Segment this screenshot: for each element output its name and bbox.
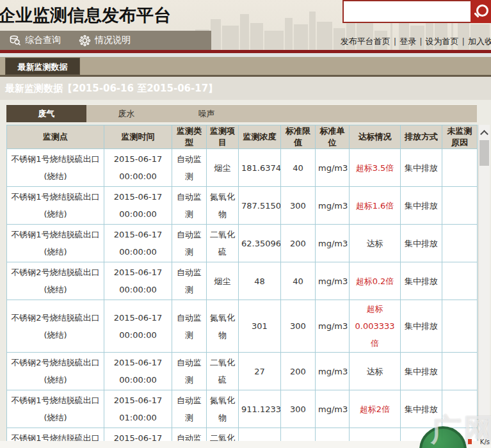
cell-unit: mg/m3	[316, 390, 350, 428]
top-link[interactable]: 设为首页	[426, 36, 459, 46]
cell-unit: mg/m3	[316, 300, 350, 353]
cell-value: 787.515001	[239, 187, 281, 225]
tab-waste-gas[interactable]: 废气	[6, 105, 86, 122]
link-separator: |	[394, 36, 396, 46]
cell-point: 不锈钢2号烧结脱硫出口(烧结)	[7, 300, 104, 353]
cell-discharge: 集中排放	[401, 390, 442, 428]
cell-item: 二氧化硫	[207, 225, 239, 262]
cell-datetime: 2015-06-1700:00:00	[104, 300, 172, 353]
scroll-up-arrow-icon[interactable]	[481, 130, 487, 135]
search-input[interactable]	[342, 0, 471, 23]
cell-status: 超标3.5倍	[350, 149, 401, 187]
top-links: 发布平台首页|登录|设为首页|加入收藏	[341, 36, 491, 47]
cell-time-line: 00:00:00	[107, 205, 169, 223]
column-header: 达标情况	[350, 125, 401, 149]
cell-reason	[442, 390, 478, 428]
section-tab-latest-data[interactable]: 最新监测数据	[5, 58, 80, 75]
cell-status: 超标0.2倍	[350, 262, 401, 300]
cell-discharge: 集中排放	[401, 300, 442, 353]
column-header: 未监测原因	[442, 125, 478, 149]
cell-limit: 300	[281, 300, 316, 353]
cell-unit: mg/m3	[316, 353, 350, 390]
cell-reason	[442, 353, 478, 390]
cell-time-line: 01:00:00	[107, 409, 169, 426]
cell-reason	[442, 187, 478, 225]
table-row: 不锈钢1号烧结脱硫出口(烧结)2015-06-1700:00:00自动监测氮氧化…	[7, 187, 478, 225]
section-tab-bar: 最新监测数据	[0, 57, 491, 75]
monitoring-table: 监测点监测时间监测类型监测项目监测浓度标准限值标准单位达标情况排放方式未监测原因…	[6, 125, 478, 448]
cell-discharge: 集中排放	[401, 225, 442, 262]
search-button[interactable]	[471, 0, 491, 23]
table-row: 不锈钢1号烧结脱硫出口(烧结)2015-06-1700:00:00自动监测二氧化…	[7, 225, 478, 262]
subtitle: 最新监测数据【2015-06-16 至2015-06-17】	[0, 77, 491, 100]
cell-type: 自动监测	[172, 149, 207, 187]
header-banner: 企业监测信息发布平台 综合查询 情况说明	[0, 0, 491, 50]
cell-limit: 300	[281, 390, 316, 428]
column-header: 标准限值	[281, 125, 316, 149]
bottom-strip	[0, 441, 491, 448]
cell-limit: 40	[281, 262, 316, 300]
cell-value: 911.123365	[239, 390, 281, 428]
cell-datetime: 2015-06-1700:00:00	[104, 262, 172, 300]
cell-item: 烟尘	[207, 149, 239, 187]
cell-datetime: 2015-06-1700:00:00	[104, 149, 172, 187]
cell-item: 氮氧化物	[207, 187, 239, 225]
column-header: 监测点	[7, 125, 104, 149]
cell-date-line: 2015-06-17	[107, 226, 169, 243]
link-separator: |	[462, 36, 465, 46]
cell-datetime: 2015-06-1701:00:00	[104, 390, 172, 428]
nav-item-query[interactable]: 综合查询	[9, 35, 61, 47]
nav-item-explain[interactable]: 情况说明	[79, 35, 131, 47]
table-body: 不锈钢1号烧结脱硫出口(烧结)2015-06-1700:00:00自动监测烟尘1…	[7, 149, 478, 448]
table-row: 不锈钢2号烧结脱硫出口(烧结)2015-06-1700:00:00自动监测氮氧化…	[7, 300, 478, 353]
cell-point: 不锈钢1号烧结脱硫出口(烧结)	[7, 390, 104, 428]
cell-point: 不锈钢2号烧结脱硫出口(烧结)	[7, 262, 104, 300]
cell-type: 自动监测	[172, 390, 207, 428]
table-row: 不锈钢1号烧结脱硫出口(烧结)2015-06-1701:00:00自动监测氮氧化…	[7, 390, 478, 428]
cell-value: 181.637441	[239, 149, 281, 187]
cell-unit: mg/m3	[316, 262, 350, 300]
gear-icon	[79, 35, 91, 47]
top-link[interactable]: 发布平台首页	[341, 36, 390, 46]
cell-reason	[442, 300, 478, 353]
cell-unit: mg/m3	[316, 225, 350, 262]
top-link[interactable]: 登录	[399, 36, 416, 46]
cell-status: 超标1.6倍	[350, 187, 401, 225]
table-header-row: 监测点监测时间监测类型监测项目监测浓度标准限值标准单位达标情况排放方式未监测原因	[7, 125, 478, 149]
nav-item-label: 综合查询	[25, 35, 61, 46]
table-scrollbar[interactable]	[478, 125, 490, 441]
cell-value: 48	[239, 262, 281, 300]
cell-time-line: 00:00:00	[107, 168, 169, 185]
cell-reason	[442, 149, 478, 187]
scroll-thumb[interactable]	[479, 140, 489, 166]
cell-reason	[442, 225, 478, 262]
tab-noise[interactable]: 噪声	[166, 105, 246, 122]
cell-date-line: 2015-06-17	[107, 392, 169, 409]
cell-point: 不锈钢1号烧结脱硫出口(烧结)	[7, 187, 104, 225]
cell-value: 27	[239, 353, 281, 390]
cell-date-line: 2015-06-17	[107, 150, 169, 168]
cell-item: 氮氧化物	[207, 300, 239, 353]
table-row: 不锈钢2号烧结脱硫出口(烧结)2015-06-1700:00:00自动监测烟尘4…	[7, 262, 478, 300]
cell-item: 二氧化硫	[207, 353, 239, 390]
column-header: 监测项目	[207, 125, 239, 149]
cell-date-line: 2015-06-17	[107, 264, 169, 281]
cell-discharge: 集中排放	[401, 187, 442, 225]
magnifier-icon	[476, 4, 488, 17]
cell-point: 不锈钢1号烧结脱硫出口(烧结)	[7, 149, 104, 187]
top-link[interactable]: 加入收藏	[468, 36, 491, 46]
table-row: 不锈钢1号烧结脱硫出口(烧结)2015-06-1700:00:00自动监测烟尘1…	[7, 149, 478, 187]
search-bar	[342, 0, 491, 23]
cell-item: 烟尘	[207, 262, 239, 300]
cell-limit: 200	[281, 353, 316, 390]
cell-discharge: 集中排放	[401, 353, 442, 390]
cell-type: 自动监测	[172, 187, 207, 225]
cell-type: 自动监测	[172, 300, 207, 353]
content-tabs: 废气废水噪声	[6, 104, 477, 122]
cell-type: 自动监测	[172, 353, 207, 390]
cell-date-line: 2015-06-17	[107, 309, 169, 326]
cell-time-line: 00:00:00	[107, 281, 169, 298]
cell-value: 301	[239, 300, 281, 353]
tab-waste-water[interactable]: 废水	[86, 105, 166, 122]
cell-point: 不锈钢1号烧结脱硫出口(烧结)	[7, 225, 104, 262]
